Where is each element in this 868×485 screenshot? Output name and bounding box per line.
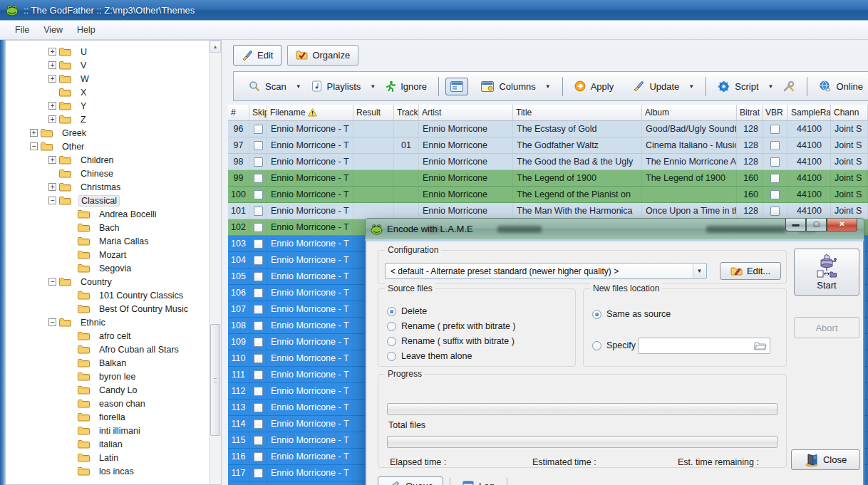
expand-icon[interactable]: +	[48, 61, 56, 69]
expand-icon[interactable]: +	[48, 102, 56, 110]
table-row[interactable]: 97Ennio Morricone - T01Ennio MorriconeTh…	[228, 137, 868, 154]
column-header-bitrate[interactable]: Bitrat	[737, 105, 763, 120]
column-header-artist[interactable]: Artist	[419, 105, 513, 120]
close-x-button[interactable]: ✕	[827, 219, 857, 231]
column-header-vbr[interactable]: VBR	[763, 105, 788, 120]
source-option-rename-prefix-with-bitrate[interactable]: Rename ( prefix with bitrate )	[387, 321, 515, 331]
skip-checkbox[interactable]	[254, 174, 263, 183]
menu-file[interactable]: File	[9, 22, 36, 38]
tab-edit[interactable]: Edit	[233, 45, 281, 66]
tree-scrollbar[interactable]: ▲	[209, 41, 221, 484]
column-header-channels[interactable]: Chann	[831, 105, 868, 120]
tree-item-latin[interactable]: Latin	[6, 451, 208, 464]
expand-icon[interactable]: +	[48, 75, 56, 83]
column-header-album[interactable]: Album	[642, 105, 737, 120]
playlists-button[interactable]: Playlists▼	[306, 77, 381, 95]
collapse-icon[interactable]: −	[48, 318, 56, 326]
online-button[interactable]: Online	[814, 77, 868, 95]
expand-icon[interactable]: +	[48, 156, 56, 164]
vbr-checkbox[interactable]	[770, 125, 780, 134]
menu-help[interactable]: Help	[71, 22, 102, 38]
columns-dropdown-arrow[interactable]: ▼	[545, 83, 551, 90]
same-as-source-radio[interactable]: Same as source	[592, 309, 671, 319]
skip-checkbox[interactable]	[254, 354, 263, 363]
skip-checkbox[interactable]	[254, 469, 263, 478]
skip-checkbox[interactable]	[254, 436, 263, 445]
scroll-up-arrow[interactable]: ▲	[210, 41, 221, 53]
column-header-result[interactable]: Result	[353, 105, 394, 120]
table-row[interactable]: 96Ennio Morricone - TEnnio MorriconeThe …	[228, 121, 868, 137]
tree-item-u[interactable]: +U	[6, 45, 208, 58]
combo-dropdown-arrow[interactable]: ▼	[693, 264, 706, 278]
log-tab-button[interactable]: Log	[457, 477, 500, 485]
tree-item-classical[interactable]: −Classical	[6, 194, 208, 207]
source-option-leave-them-alone[interactable]: Leave them alone	[387, 351, 472, 361]
tree-item-los-incas[interactable]: los incas	[6, 464, 208, 478]
expand-icon[interactable]: +	[48, 48, 56, 56]
skip-checkbox[interactable]	[254, 272, 263, 281]
update-button[interactable]: Update▼	[628, 77, 699, 95]
dialog-titlebar[interactable]: Encode with L.A.M.E ▬ ▢ ✕	[365, 218, 864, 239]
skip-checkbox[interactable]	[254, 125, 263, 134]
expand-icon[interactable]: +	[48, 115, 56, 123]
skip-checkbox[interactable]	[254, 288, 263, 298]
column-header-samplerate[interactable]: SampleRa	[788, 105, 831, 120]
tree-item-balkan[interactable]: Balkan	[6, 356, 208, 370]
skip-checkbox[interactable]	[254, 338, 263, 347]
tree-item-greek[interactable]: +Greek	[6, 126, 208, 140]
close-button[interactable]: Close	[791, 449, 860, 470]
tree-item-x[interactable]: X	[6, 85, 208, 99]
scan-button[interactable]: Scan▼	[244, 77, 306, 95]
skip-checkbox[interactable]	[254, 190, 263, 199]
column-header-num[interactable]: #	[228, 105, 249, 120]
expand-icon[interactable]: +	[48, 183, 56, 191]
tree-item-afro-cuban-all-stars[interactable]: Afro Cuban all Stars	[6, 343, 208, 356]
abort-button[interactable]: Abort	[794, 317, 859, 338]
tree-item-fiorella[interactable]: fiorella	[6, 410, 208, 424]
tree-item-byron-lee[interactable]: byron lee	[6, 370, 208, 383]
skip-checkbox[interactable]	[254, 157, 263, 167]
edit-preset-button[interactable]: Edit...	[720, 262, 781, 280]
collapse-icon[interactable]: −	[30, 142, 38, 150]
tree-item-v[interactable]: +V	[6, 58, 208, 72]
column-header-track[interactable]: Track	[394, 105, 419, 120]
tree-item-mozart[interactable]: Mozart	[6, 248, 208, 261]
vbr-checkbox[interactable]	[770, 190, 780, 199]
columns-button[interactable]: Columns▼	[476, 78, 555, 95]
ignore-button[interactable]: Ignore	[381, 77, 432, 95]
table-row[interactable]: 99Ennio Morricone - TEnnio MorriconeThe …	[228, 170, 868, 187]
skip-checkbox[interactable]	[254, 387, 263, 396]
tree-item-other[interactable]: −Other	[6, 140, 208, 153]
skip-checkbox[interactable]	[254, 223, 263, 232]
tree-item-y[interactable]: +Y	[6, 99, 208, 113]
preset-combobox[interactable]: < default - Alternate preset standard (n…	[385, 263, 707, 279]
queue-tab-button[interactable]: Queue	[378, 476, 443, 485]
tree-item-chinese[interactable]: Chinese	[6, 167, 208, 180]
skip-checkbox[interactable]	[254, 239, 263, 249]
skip-checkbox[interactable]	[254, 370, 263, 380]
vbr-checkbox[interactable]	[770, 157, 780, 167]
collapse-icon[interactable]: −	[48, 197, 56, 204]
vbr-checkbox[interactable]	[770, 141, 780, 150]
column-header-skip[interactable]: Skip	[249, 105, 267, 120]
table-row[interactable]: 101Ennio Morricone - TEnnio MorriconeThe…	[228, 203, 868, 219]
script-dropdown-arrow[interactable]: ▼	[768, 83, 774, 90]
tree-item-italian[interactable]: italian	[6, 437, 208, 451]
tree-item-children[interactable]: +Children	[6, 153, 208, 167]
tree-item-maria-callas[interactable]: Maria Callas	[6, 234, 208, 248]
skip-checkbox[interactable]	[254, 403, 263, 412]
scan-dropdown-arrow[interactable]: ▼	[296, 83, 301, 90]
tree-item-101-country-classics[interactable]: 101 Country Classics	[6, 288, 208, 302]
source-option-rename-suffix-with-bitrate[interactable]: Rename ( suffix with bitrate )	[387, 336, 515, 346]
browse-folder-icon[interactable]	[753, 340, 767, 351]
update-dropdown-arrow[interactable]: ▼	[688, 83, 694, 90]
vbr-checkbox[interactable]	[770, 207, 780, 216]
skip-checkbox[interactable]	[254, 256, 263, 265]
tree-item-bach[interactable]: Bach	[6, 221, 208, 234]
tree-item-candy-lo[interactable]: Candy Lo	[6, 383, 208, 397]
source-option-delete[interactable]: Delete	[387, 306, 427, 316]
apply-button[interactable]: Apply	[569, 77, 619, 95]
tab-organize[interactable]: Organize	[287, 45, 358, 66]
tree-item-inti-illimani[interactable]: inti illimani	[6, 424, 208, 437]
collapse-icon[interactable]: −	[48, 278, 56, 286]
